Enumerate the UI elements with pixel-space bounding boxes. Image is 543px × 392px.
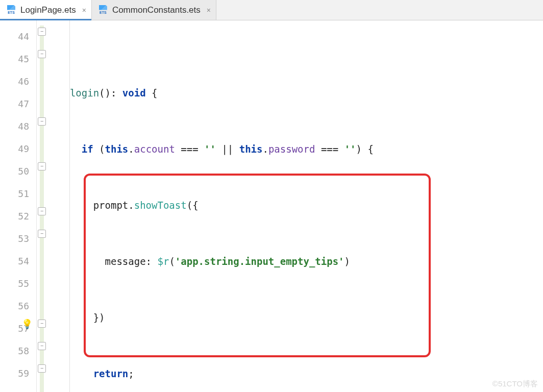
watermark: ©51CTO博客 (492, 379, 538, 389)
tab-commonconstants[interactable]: CommonConstants.ets × (92, 0, 216, 20)
line-number: 56 (0, 295, 36, 317)
code-area[interactable]: login(): void { if (this.account === '' … (54, 20, 543, 392)
line-number: 51 (0, 183, 36, 205)
close-icon[interactable]: × (82, 6, 86, 14)
code-line[interactable]: login(): void { (54, 82, 543, 104)
fold-gutter: − − − − − − − − − 💡 (37, 20, 54, 392)
line-number: 45 (0, 48, 36, 70)
ets-file-icon (6, 5, 16, 15)
fold-toggle-icon[interactable]: − (38, 342, 46, 350)
code-line[interactable]: return; (54, 362, 543, 385)
line-number: 59 (0, 362, 36, 385)
line-number: 48 (0, 115, 36, 138)
fold-toggle-icon[interactable]: − (38, 117, 46, 126)
code-line[interactable]: prompt.showToast({ (54, 194, 543, 216)
fold-toggle-icon[interactable]: − (38, 162, 46, 170)
line-number: 58 (0, 340, 36, 362)
line-number: 54 (0, 250, 36, 273)
fold-toggle-icon[interactable]: − (38, 230, 46, 238)
line-number: 50 (0, 160, 36, 183)
ets-file-icon (98, 5, 108, 15)
line-number: 52 (0, 205, 36, 228)
line-number: 53 (0, 228, 36, 250)
code-editor[interactable]: 44 45 46 47 48 49 50 51 52 53 54 55 56 5… (0, 20, 543, 392)
line-number: 47 (0, 93, 36, 115)
fold-toggle-icon[interactable]: − (38, 320, 46, 328)
fold-toggle-icon[interactable]: − (38, 207, 46, 215)
tab-label: LoginPage.ets (20, 5, 76, 15)
intention-bulb-icon[interactable]: 💡 (21, 318, 32, 329)
close-icon[interactable]: × (207, 6, 211, 14)
code-line[interactable]: }) (54, 306, 543, 329)
line-number: 44 (0, 26, 36, 48)
fold-toggle-icon[interactable]: − (38, 50, 46, 58)
code-line[interactable]: message: $r('app.string.input_empty_tips… (54, 250, 543, 273)
tab-bar: LoginPage.ets × CommonConstants.ets × (0, 0, 543, 20)
code-line[interactable]: if (this.account === '' || this.password… (54, 138, 543, 160)
line-number: 55 (0, 273, 36, 295)
tab-loginpage[interactable]: LoginPage.ets × (0, 0, 92, 20)
line-number-gutter: 44 45 46 47 48 49 50 51 52 53 54 55 56 5… (0, 20, 37, 392)
line-number: 49 (0, 138, 36, 160)
fold-toggle-icon[interactable]: − (38, 364, 46, 373)
fold-toggle-icon[interactable]: − (38, 28, 46, 36)
tab-label: CommonConstants.ets (112, 5, 201, 15)
line-number: 46 (0, 70, 36, 93)
